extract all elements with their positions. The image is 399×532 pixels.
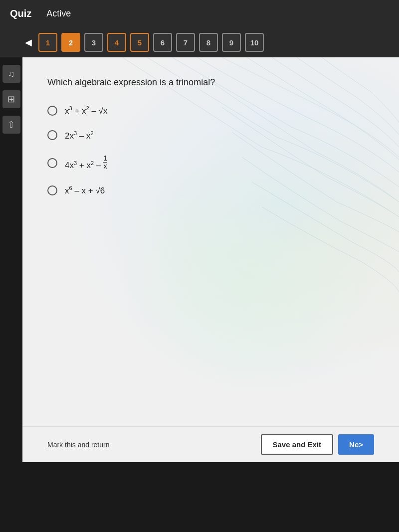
quiz-status: Active: [46, 8, 71, 19]
answer-text-a: x3 + x2 – √x: [65, 105, 107, 116]
bottom-dark-area: [0, 462, 399, 532]
question-btn-9[interactable]: 9: [222, 33, 241, 52]
calculator-icon[interactable]: ⊞: [2, 90, 20, 108]
question-btn-7[interactable]: 7: [176, 33, 195, 52]
footer-area: Mark this and return Save and Exit Ne>: [22, 426, 399, 462]
quiz-title: Quiz: [10, 8, 31, 19]
answer-option-d[interactable]: x6 – x + √6: [47, 185, 374, 196]
mark-return-link[interactable]: Mark this and return: [47, 441, 110, 449]
footer-buttons: Save and Exit Ne>: [261, 434, 374, 455]
tools-icon[interactable]: ⇧: [2, 116, 20, 134]
main-content: Which algebraic expression is a trinomia…: [22, 57, 399, 426]
answer-option-c[interactable]: 4x3 + x2 – 1x: [47, 155, 374, 171]
question-btn-3[interactable]: 3: [84, 33, 103, 52]
radio-b[interactable]: [47, 130, 57, 140]
radio-a[interactable]: [47, 106, 57, 116]
top-bar: Quiz Active: [0, 0, 399, 27]
answer-text-d: x6 – x + √6: [65, 185, 105, 196]
radio-c[interactable]: [47, 158, 57, 168]
question-navigation: ◀ 1 2 3 4 5 6 7 8 9 10: [0, 27, 399, 57]
answer-text-b: 2x3 – x2: [65, 130, 94, 141]
question-text: Which algebraic expression is a trinomia…: [47, 77, 374, 88]
question-btn-4[interactable]: 4: [107, 33, 126, 52]
left-sidebar: ♫ ⊞ ⇧: [0, 57, 22, 134]
question-btn-1[interactable]: 1: [38, 33, 57, 52]
question-btn-2[interactable]: 2: [61, 33, 80, 52]
question-btn-10[interactable]: 10: [245, 33, 264, 52]
answer-text-c: 4x3 + x2 – 1x: [65, 155, 107, 171]
answer-option-a[interactable]: x3 + x2 – √x: [47, 105, 374, 116]
radio-d[interactable]: [47, 185, 57, 195]
next-button[interactable]: Ne>: [338, 434, 374, 455]
question-btn-6[interactable]: 6: [153, 33, 172, 52]
nav-prev-arrow[interactable]: ◀: [25, 37, 32, 48]
audio-icon[interactable]: ♫: [2, 65, 20, 83]
answer-options: x3 + x2 – √x 2x3 – x2 4x3 + x2 – 1x x6 –…: [47, 105, 374, 195]
question-btn-5[interactable]: 5: [130, 33, 149, 52]
wavy-lines-svg: [22, 57, 399, 366]
question-btn-8[interactable]: 8: [199, 33, 218, 52]
answer-option-b[interactable]: 2x3 – x2: [47, 130, 374, 141]
save-exit-button[interactable]: Save and Exit: [261, 434, 334, 455]
